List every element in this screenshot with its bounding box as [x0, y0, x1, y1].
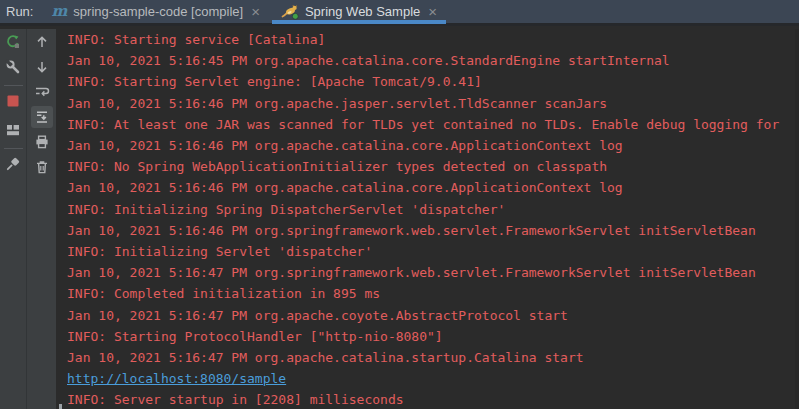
console-line: INFO: No Spring WebApplicationInitialize… — [67, 156, 799, 177]
tab-label: spring-sample-code [compile] — [73, 4, 243, 19]
tomcat-icon — [281, 4, 299, 20]
settings-wrench-button[interactable] — [2, 56, 24, 78]
console-lines: INFO: Starting service [Catalina]Jan 10,… — [56, 29, 799, 409]
rerun-button[interactable] — [2, 31, 24, 53]
clear-all-trash-button[interactable] — [31, 156, 53, 178]
console-line: Jan 10, 2021 5:16:47 PM org.springframew… — [67, 262, 799, 283]
tab-spring-sample-code[interactable]: m spring-sample-code [compile] × — [42, 0, 268, 23]
navigate-down-button[interactable] — [31, 56, 53, 78]
run-label: Run: — [6, 4, 33, 19]
console-line: Jan 10, 2021 5:16:46 PM org.apache.catal… — [67, 135, 799, 156]
left-toolbar — [0, 29, 56, 409]
restore-layout-button[interactable] — [2, 119, 24, 141]
console-line: INFO: Initializing Servlet 'dispatcher' — [67, 241, 799, 262]
run-actions-column — [0, 29, 27, 409]
console-line: INFO: Server startup in [2208] milliseco… — [67, 389, 799, 409]
scroll-to-end-button[interactable] — [31, 106, 53, 128]
console-output: INFO: Starting service [Catalina]Jan 10,… — [56, 29, 799, 409]
console-line: INFO: Initializing Spring DispatcherServ… — [67, 199, 799, 220]
close-tab-icon[interactable]: × — [251, 5, 260, 19]
console-line: Jan 10, 2021 5:16:45 PM org.apache.catal… — [67, 50, 799, 71]
console-line: Jan 10, 2021 5:16:46 PM org.apache.catal… — [67, 177, 799, 198]
print-button[interactable] — [31, 131, 53, 153]
soft-wrap-button[interactable] — [31, 81, 53, 103]
run-tab-strip: Run: m spring-sample-code [compile] × Sp… — [0, 0, 799, 26]
console-line: INFO: Completed initialization in 895 ms — [67, 283, 799, 304]
console-scrollbar[interactable] — [795, 29, 799, 409]
stop-button[interactable] — [2, 90, 24, 112]
console-line: INFO: Starting ProtocolHandler ["http-ni… — [67, 326, 799, 347]
console-link[interactable]: http://localhost:8080/sample — [67, 368, 799, 389]
console-actions-column — [28, 29, 56, 409]
console-line: INFO: Starting Servlet engine: [Apache T… — [67, 71, 799, 92]
console-line: Jan 10, 2021 5:16:46 PM org.springframew… — [67, 220, 799, 241]
console-line: Jan 10, 2021 5:16:47 PM org.apache.coyot… — [67, 305, 799, 326]
maven-icon: m — [51, 4, 67, 18]
console-line: INFO: Starting service [Catalina] — [67, 29, 799, 50]
console-line: Jan 10, 2021 5:16:47 PM org.apache.catal… — [67, 347, 799, 368]
toolbar-divider — [4, 148, 23, 149]
close-tab-icon[interactable]: × — [428, 5, 437, 19]
navigate-up-button[interactable] — [31, 31, 53, 53]
tab-spring-web-sample[interactable]: Spring Web Sample × — [272, 0, 446, 23]
console-line: INFO: At least one JAR was scanned for T… — [67, 114, 799, 135]
selected-tab-underline — [272, 20, 446, 24]
console-line: Jan 10, 2021 5:16:46 PM org.apache.jaspe… — [67, 93, 799, 114]
pin-button[interactable] — [2, 153, 24, 175]
toolbar-divider — [4, 85, 23, 86]
console-caret — [59, 404, 62, 409]
tab-label: Spring Web Sample — [305, 4, 420, 19]
